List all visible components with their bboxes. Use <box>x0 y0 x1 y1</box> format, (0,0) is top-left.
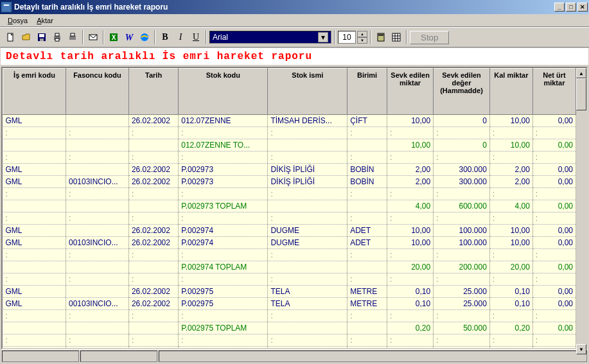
col-header-stokismi[interactable]: Stok ismi <box>268 69 347 115</box>
cell-birimi: BOBİN <box>347 176 387 188</box>
cell-sedd: 25.000 <box>434 286 490 298</box>
cell-tarih: 26.02.2002 <box>128 347 178 349</box>
cell-sedm: 10,00 <box>387 115 434 127</box>
scroll-up-icon[interactable]: ▲ <box>576 68 586 78</box>
table-row[interactable]: P.002974 TOPLAM20,00200.00020,000,00 <box>3 261 576 273</box>
menu-aktar[interactable]: Aktar <box>33 15 57 26</box>
status-panel-3 <box>159 351 587 362</box>
svg-rect-7 <box>55 33 59 36</box>
cell-tarih <box>128 322 178 334</box>
toolbar: X W B I U Arial ▾ ▲ ▼ Stop <box>0 27 589 48</box>
table-row[interactable]: : : : : : : : : : : <box>3 188 576 200</box>
cell-sedd: 300.000 <box>434 164 490 176</box>
col-header-birimi[interactable]: Birimi <box>347 69 387 115</box>
cell-stokismi: ETİKET MARKA <box>268 347 347 349</box>
table-row[interactable]: : : : : : : : : : : <box>3 310 576 322</box>
table-row[interactable]: GML00103INCIO...26.02.2002P.002975TELAME… <box>3 298 576 310</box>
table-row[interactable]: GML26.02.2002P.002975TELAMETRE0,1025.000… <box>3 286 576 298</box>
minimize-button[interactable]: _ <box>554 3 565 12</box>
scroll-down-icon[interactable]: ▼ <box>576 344 586 354</box>
size-down-button[interactable]: ▼ <box>357 37 367 44</box>
app-icon <box>1 2 12 12</box>
col-header-net[interactable]: Net ürt miktar <box>532 69 576 115</box>
menubar: Dosya Aktar <box>0 14 589 27</box>
cell-stokismi: DİKİŞ İPLİĞİ <box>268 176 347 188</box>
bold-button[interactable]: B <box>158 30 172 44</box>
cell-fasoncu: 00103INCIO... <box>66 298 128 310</box>
table-row[interactable]: P.002975 TOPLAM0,2050.0000,200,00 <box>3 322 576 334</box>
cell-isemri: GML <box>3 115 66 127</box>
table-row[interactable]: : : : : : : : : : : <box>3 212 576 225</box>
maximize-button[interactable]: □ <box>566 3 576 12</box>
svg-rect-4 <box>39 34 44 37</box>
svg-rect-5 <box>40 39 44 41</box>
col-header-sedm[interactable]: Sevk edilen miktar <box>387 69 434 115</box>
word-button[interactable]: W <box>122 30 136 44</box>
grid-button[interactable] <box>389 30 403 44</box>
cell-sedm: 0,10 <box>387 298 434 310</box>
cell-stokismi <box>268 322 347 334</box>
cell-net: 0,00 <box>532 286 576 298</box>
table-row[interactable]: GML00103INCIO...26.02.2002P.002974DUGMEA… <box>3 237 576 249</box>
table-row[interactable]: : : : : : : : : : : <box>3 273 576 286</box>
table-row[interactable]: 012.07ZENNE TO...10,00010,000,00 <box>3 139 576 152</box>
table-row[interactable]: GML26.02.2002P.002974DUGMEADET10,00100.0… <box>3 225 576 237</box>
cell-birimi: METRE <box>347 286 387 298</box>
print2-button[interactable] <box>66 30 80 44</box>
font-selector[interactable]: Arial ▾ <box>209 31 331 44</box>
cell-sedm: 2,00 <box>387 347 434 349</box>
cell-isemri <box>3 200 66 212</box>
ie-button[interactable] <box>137 30 152 44</box>
font-size-input[interactable] <box>338 31 356 44</box>
menu-dosya[interactable]: Dosya <box>4 15 31 26</box>
table-row[interactable]: P.002973 TOPLAM4,00600.0004,000,00 <box>3 200 576 212</box>
table-header-row: İş emri kodu Fasoncu kodu Tarih Stok kod… <box>3 69 576 115</box>
cell-kal: 20,00 <box>489 261 532 273</box>
size-up-button[interactable]: ▲ <box>357 31 367 37</box>
close-button[interactable]: ✕ <box>577 3 588 12</box>
cell-sedm: 0,10 <box>387 286 434 298</box>
table-row[interactable]: GML26.02.2002012.07ZENNETİMSAH DERİS...Ç… <box>3 115 576 127</box>
cell-kal: 2,00 <box>489 347 532 349</box>
print-button[interactable] <box>50 30 64 44</box>
cell-fasoncu <box>66 164 128 176</box>
cell-birimi: ADET <box>347 347 387 349</box>
stop-button[interactable]: Stop <box>410 31 449 44</box>
cell-birimi: ADET <box>347 237 387 249</box>
italic-button[interactable]: I <box>173 30 188 44</box>
table-row[interactable]: GML26.02.2002P.002973DİKİŞ İPLİĞİBOBİN2,… <box>3 164 576 176</box>
cell-sedm: 0,20 <box>387 322 434 334</box>
save-button[interactable] <box>35 30 49 44</box>
underline-button[interactable]: U <box>189 30 203 44</box>
table-row[interactable]: GML26.02.2002P.002976ETİKET MARKAADET2,0… <box>3 347 576 349</box>
cell-birimi <box>347 139 387 152</box>
table-row[interactable]: : : : : : : : : : : <box>3 152 576 164</box>
col-header-sedd[interactable]: Sevk edilen değer (Hammadde) <box>434 69 490 115</box>
cell-stokkodu: P.002976 <box>179 347 268 349</box>
svg-rect-1 <box>4 4 9 6</box>
cell-sedm: 10,00 <box>387 237 434 249</box>
col-header-kal[interactable]: Kal miktar <box>489 69 532 115</box>
col-header-fasoncu[interactable]: Fasoncu kodu <box>66 69 128 115</box>
scroll-thumb[interactable] <box>576 78 586 110</box>
cell-net: 0,00 <box>532 322 576 334</box>
cell-birimi: ADET <box>347 225 387 237</box>
cell-kal: 0,10 <box>489 298 532 310</box>
excel-button[interactable]: X <box>107 30 121 44</box>
col-header-tarih[interactable]: Tarih <box>128 69 178 115</box>
table-row[interactable]: : : : : : : : : : : <box>3 334 576 347</box>
vertical-scrollbar[interactable]: ▲ ▼ <box>576 68 586 348</box>
col-header-isemri[interactable]: İş emri kodu <box>3 69 66 115</box>
open-button[interactable] <box>19 30 33 44</box>
table-row[interactable]: : : : : : : : : : : <box>3 249 576 261</box>
col-header-stokkodu[interactable]: Stok kodu <box>179 69 268 115</box>
cell-fasoncu <box>66 322 128 334</box>
table-row[interactable]: : : : : : : : : : : <box>3 127 576 139</box>
cell-stokkodu: P.002974 <box>179 237 268 249</box>
calc-button[interactable] <box>374 30 388 44</box>
new-button[interactable] <box>4 30 18 44</box>
mail-button[interactable] <box>86 30 100 44</box>
table-row[interactable]: GML00103INCIO...26.02.2002P.002973DİKİŞ … <box>3 176 576 188</box>
cell-net: 0,00 <box>532 347 576 349</box>
cell-tarih: 26.02.2002 <box>128 237 178 249</box>
